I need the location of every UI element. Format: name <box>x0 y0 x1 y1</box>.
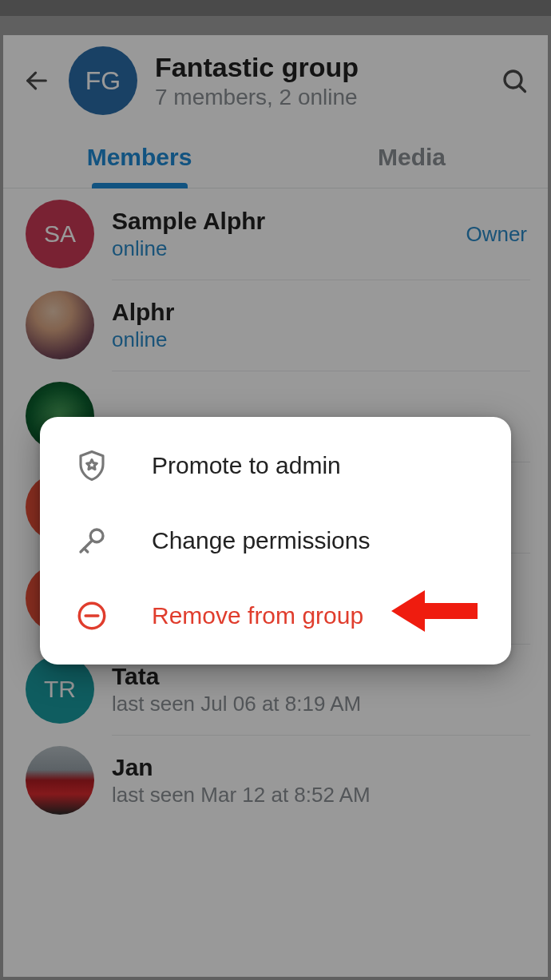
member-status: last seen Mar 12 at 8:52 AM <box>112 783 371 807</box>
group-title: Fantastic group <box>155 52 497 83</box>
menu-change-permissions[interactable]: Change permissions <box>40 503 511 578</box>
menu-label: Change permissions <box>152 527 370 554</box>
remove-circle-icon <box>72 596 112 636</box>
search-icon <box>500 66 529 95</box>
member-avatar: TR <box>26 655 94 724</box>
member-status: last seen Jul 06 at 8:19 AM <box>112 692 361 716</box>
member-status: online <box>112 236 265 261</box>
menu-label: Remove from group <box>152 602 363 629</box>
member-role: Owner <box>466 222 527 247</box>
key-icon <box>72 521 112 561</box>
member-avatar <box>26 746 94 815</box>
shield-star-icon <box>72 446 112 486</box>
tabs: Members Media <box>3 126 548 188</box>
member-row[interactable]: Alphr online <box>3 280 548 371</box>
back-arrow-icon <box>23 67 50 94</box>
member-row[interactable]: SA Sample Alphr online Owner <box>3 188 548 280</box>
device-status-bar <box>0 0 551 16</box>
member-name: Jan <box>112 754 371 781</box>
menu-label: Promote to admin <box>152 452 341 479</box>
group-header: FG Fantastic group 7 members, 2 online <box>3 35 548 126</box>
app-screen: FG Fantastic group 7 members, 2 online M… <box>3 35 548 977</box>
member-name: Tata <box>112 663 361 690</box>
member-name: Alphr <box>112 299 174 326</box>
search-button[interactable] <box>497 63 532 98</box>
back-button[interactable] <box>19 63 54 98</box>
member-name: Sample Alphr <box>112 208 265 235</box>
svg-line-2 <box>520 86 525 92</box>
context-menu: Promote to admin Change permissions Remo… <box>40 417 511 665</box>
menu-promote-admin[interactable]: Promote to admin <box>40 428 511 503</box>
member-status: online <box>112 327 174 352</box>
group-avatar[interactable]: FG <box>69 46 137 115</box>
group-subtitle: 7 members, 2 online <box>155 85 497 110</box>
tab-media[interactable]: Media <box>276 126 548 188</box>
tab-members[interactable]: Members <box>3 126 276 188</box>
member-avatar <box>26 291 94 359</box>
menu-remove-from-group[interactable]: Remove from group <box>40 578 511 653</box>
member-row[interactable]: Jan last seen Mar 12 at 8:52 AM <box>3 735 548 826</box>
member-avatar: SA <box>26 200 94 268</box>
